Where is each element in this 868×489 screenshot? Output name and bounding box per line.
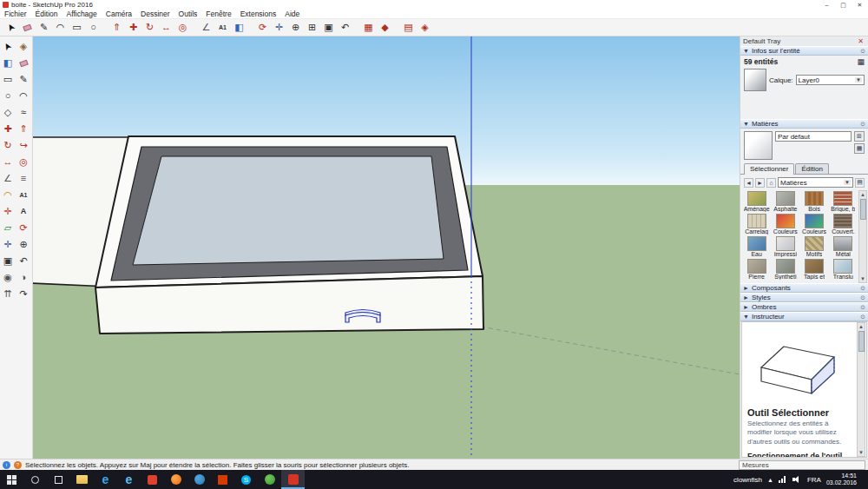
material-carrelage[interactable]: Carrelag [743,214,770,235]
scale-tool[interactable]: ↔ [0,154,16,170]
tab-selectionner[interactable]: Sélectionner [744,163,794,175]
scroll-up-icon[interactable]: ▲ [860,191,865,198]
menu-fenetre[interactable]: Fenêtre [201,10,235,18]
section-styles[interactable]: ► Styles ⊙ [740,293,868,302]
material-couleurs[interactable]: Couleurs [772,214,799,235]
scrollbar-thumb[interactable] [860,199,866,220]
material-tapis[interactable]: Tapis et [801,259,828,280]
menu-dessiner[interactable]: Dessiner [136,10,174,18]
scroll-up-icon[interactable]: ▲ [858,323,864,330]
section-composants[interactable]: ► Composants ⊙ [740,283,868,293]
material-couvertures[interactable]: Couvert. [830,214,857,235]
entity-info-header[interactable]: ▼ Infos sur l'entité ⊙ [740,46,868,56]
instructor-header[interactable]: ▼ Instructeur ⊙ [740,312,868,321]
pin-icon[interactable]: ⊙ [860,294,865,301]
taskbar-skype[interactable]: S [234,470,258,489]
material-impression[interactable]: Impressi [772,236,799,257]
taskbar-thunderbird[interactable] [187,470,211,489]
eraser-tool[interactable] [19,20,36,36]
3d-text-tool[interactable]: A [16,203,31,220]
scroll-down-icon[interactable]: ▼ [860,275,865,282]
paint-bucket-tool[interactable]: ◧ [0,55,16,71]
axes-tool[interactable]: ✛ [0,203,16,220]
offset-tool[interactable]: ◎ [16,154,31,170]
tape-measure-tool[interactable]: ∠ [198,20,214,36]
shadows-toggle[interactable]: ▦ [360,20,377,36]
taskbar-sketchup[interactable] [281,470,305,489]
material-metal[interactable]: Métal [830,236,857,257]
viewport-3d[interactable] [33,36,740,459]
model-building[interactable] [33,136,483,334]
menu-camera[interactable]: Caméra [102,10,136,18]
tab-edition[interactable]: Édition [795,163,828,174]
tape-measure-tool[interactable]: ∠ [0,170,16,187]
pin-icon[interactable]: ⊙ [860,304,865,311]
scroll-down-icon[interactable]: ▼ [858,449,864,456]
rectangle-tool[interactable]: ▭ [0,71,16,88]
material-couleurs-nommees[interactable]: Couleurs [801,214,828,235]
minimize-button[interactable]: – [819,0,835,10]
circle-tool[interactable]: ○ [85,20,102,36]
set-default-button[interactable]: ▦ [854,143,865,154]
zoom-window-tool[interactable]: ⊞ [304,20,320,36]
eraser-tool[interactable] [16,55,31,71]
taskbar-file-explorer[interactable] [70,470,94,489]
arc-tool[interactable]: ◠ [16,88,31,104]
taskbar-office[interactable] [211,470,234,489]
close-button[interactable]: ✕ [852,0,868,10]
layers-tool[interactable]: ▤ [400,20,417,36]
push-pull-tool[interactable]: ⇑ [108,20,125,36]
circle-tool[interactable]: ○ [0,88,16,104]
forward-button[interactable]: ► [755,178,765,188]
text-tool[interactable]: A1 [214,20,231,36]
zoom-extents-tool[interactable]: ▣ [0,253,16,269]
create-material-button[interactable]: ⊞ [854,131,865,142]
glass-panel[interactable] [133,156,444,265]
pin-icon[interactable]: ⊙ [860,48,865,55]
material-brique[interactable]: Brique, b [830,191,857,212]
next-view-tool[interactable]: ↷ [16,286,31,302]
dimension-tool[interactable]: ≡ [16,170,31,187]
orbit-tool[interactable]: ⟳ [16,220,31,236]
menu-affichage[interactable]: Affichage [62,10,102,18]
zoom-extents-tool[interactable]: ▣ [320,20,337,36]
material-eau[interactable]: Eau [743,236,770,257]
taskbar-pdf-reader[interactable] [141,470,164,489]
zoom-tool[interactable]: ⊕ [16,236,31,253]
offset-tool[interactable]: ◎ [174,20,191,36]
help-icon[interactable]: ? [14,461,22,469]
pan-tool[interactable]: ✛ [271,20,287,36]
taskbar-firefox[interactable] [164,470,187,489]
select-tool[interactable]: ➤ [3,20,19,36]
entity-detail-icon[interactable]: ▦ [857,57,865,66]
search-button[interactable] [23,470,47,489]
taskbar-edge[interactable]: e [94,470,117,489]
line-tool[interactable]: ✎ [36,20,52,36]
menu-outils[interactable]: Outils [174,10,202,18]
current-material-name[interactable]: Par défaut [775,131,852,142]
material-translucide[interactable]: Translu [830,259,857,280]
section-plane-tool[interactable]: ▱ [0,220,16,236]
maximize-button[interactable]: ▢ [835,0,852,10]
zoom-tool[interactable]: ⊕ [287,20,304,36]
scale-tool[interactable]: ↔ [158,20,174,36]
home-icon[interactable]: ⌂ [766,178,776,188]
materials-header[interactable]: ▼ Matières ⊙ [740,119,868,129]
walk-tool[interactable]: ⇈ [0,286,16,302]
freehand-tool[interactable]: ≈ [16,104,31,121]
text-tool[interactable]: A1 [16,187,31,203]
modeling-viewport[interactable] [33,36,740,459]
look-around-tool[interactable]: ◑ [16,269,31,286]
pan-tool[interactable]: ✛ [0,236,16,253]
tray-close-icon[interactable]: ✕ [856,37,865,45]
sample-paint-icon[interactable]: ▤ [855,178,865,188]
model-info-tool[interactable]: ◈ [417,20,433,36]
clock[interactable]: 14:51 03.02.2016 [826,472,857,487]
task-view-button[interactable] [47,470,70,489]
make-component-tool[interactable]: ◈ [16,38,31,55]
line-tool[interactable]: ✎ [16,71,31,88]
material-synthetique[interactable]: Synthéti [772,259,799,280]
position-camera-tool[interactable]: ◉ [0,269,16,286]
materials-scrollbar[interactable]: ▲ ▼ [858,190,867,283]
material-asphalte[interactable]: Asphalte [772,191,799,212]
